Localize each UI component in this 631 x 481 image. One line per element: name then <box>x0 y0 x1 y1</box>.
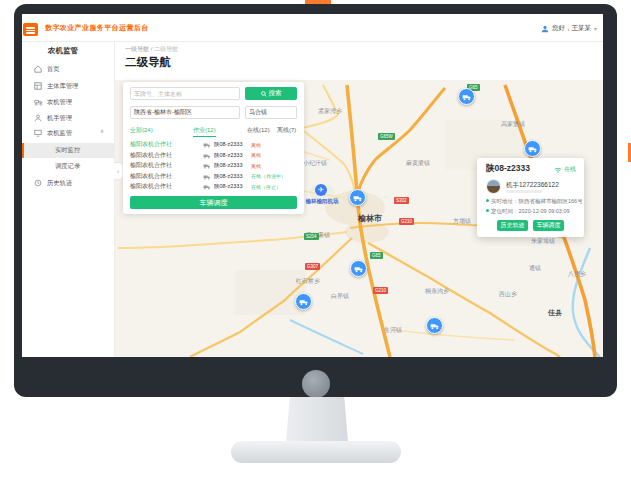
tractor-icon <box>203 163 211 170</box>
map-county-label: 佳县 <box>548 308 562 318</box>
vehicle-dispatch-button[interactable]: 车辆调度 <box>533 220 564 231</box>
vehicle-row[interactable]: 榆阳农机合作社 陕08-z2333 在线（停止） <box>123 182 304 192</box>
map-town-label: 方塌镇 <box>453 217 471 226</box>
map-town-label: 孟家湾乡 <box>318 107 342 116</box>
town-select[interactable] <box>245 106 297 119</box>
vehicle-marker-selected[interactable] <box>524 140 541 157</box>
map-town-label: 麻黄梁镇 <box>406 159 430 168</box>
tractor-icon <box>34 98 43 107</box>
operator-subline <box>506 190 542 193</box>
operator-name: 机手12722366122 <box>506 181 559 190</box>
sidebar-item-drivers[interactable]: 机手管理 <box>22 111 115 125</box>
vehicle-org: 榆阳农机合作社 <box>130 172 172 181</box>
filter-working[interactable]: 作业(12) <box>193 126 216 137</box>
app-header: 数字农业产业服务平台运营后台 您好，王某某 ▾ <box>22 14 603 42</box>
sidebar-item-supervision[interactable]: 农机监管 ∧ <box>22 126 115 140</box>
sidebar-collapse-handle[interactable]: ‹ <box>114 162 123 180</box>
region-select[interactable] <box>130 106 240 119</box>
map-town-label: 红石桥乡 <box>296 277 320 286</box>
vehicle-status: 离线 <box>251 163 261 169</box>
history-track-button[interactable]: 历史轨迹 <box>497 220 528 231</box>
chevron-down-icon: ▾ <box>594 25 597 32</box>
search-button[interactable]: 搜索 <box>245 87 297 100</box>
vehicle-marker[interactable] <box>295 293 312 310</box>
chevron-up-icon: ∧ <box>100 128 104 134</box>
road-badge: G307 <box>305 263 320 270</box>
vehicle-row[interactable]: 榆阳农机合作社 陕08-z2333 在线（作业中） <box>123 172 304 182</box>
sidebar-item-label: 调度记录 <box>55 162 80 171</box>
vehicle-plate: 陕08-z2333 <box>214 162 242 169</box>
history-icon <box>34 179 43 188</box>
sidebar-item-label: 实时监控 <box>55 146 80 155</box>
search-icon <box>261 91 267 97</box>
vehicle-status: 在线（作业中） <box>251 173 286 179</box>
hamburger-menu-icon[interactable] <box>23 23 38 36</box>
vehicle-marker[interactable] <box>349 189 366 206</box>
monitor-icon <box>34 129 43 138</box>
breadcrumb-parent[interactable]: 一级导航 <box>125 46 149 52</box>
popup-address: 实时地址：陕西省榆林市榆阳区166号 <box>486 198 583 205</box>
filter-online[interactable]: 在线(12) <box>247 126 270 135</box>
map-city-label: 榆林市 <box>358 213 382 224</box>
tractor-icon <box>203 174 211 181</box>
sidebar-item-label: 农机管理 <box>47 98 72 107</box>
vehicle-status: 离线 <box>251 152 261 158</box>
page-title: 二级导航 <box>125 55 171 70</box>
vehicle-marker[interactable] <box>350 260 367 277</box>
monitor-logo <box>302 370 330 398</box>
vehicle-search-panel: 搜索 全部(24) 作业(12) 在线(12) 离线(7) 榆阳农机合作社 陕0… <box>123 82 304 214</box>
status-filter-tabs: 全部(24) 作业(12) 在线(12) 离线(7) <box>123 126 304 136</box>
operator-avatar <box>486 179 501 194</box>
keyword-search-input[interactable] <box>130 87 240 100</box>
sidebar-item-machines[interactable]: 农机管理 <box>22 95 115 109</box>
vehicle-org: 榆阳农机合作社 <box>130 161 172 170</box>
map-town-label: 桐条沟乡 <box>425 287 449 296</box>
map-town-label: 通镇 <box>529 264 541 273</box>
vehicle-plate: 陕08-z2333 <box>214 141 242 148</box>
vehicle-org: 榆阳农机合作社 <box>130 151 172 160</box>
dispatch-button[interactable]: 车辆调度 <box>130 196 297 209</box>
user-menu[interactable]: 您好，王某某 ▾ <box>541 22 597 34</box>
map-town-label: 朱家坬镇 <box>531 237 555 246</box>
airport-label: 榆林榆阳机场 <box>306 198 339 205</box>
breadcrumb: 一级导航 / 二级导航 <box>125 45 178 54</box>
sidebar-item-dispatch-records[interactable]: 调度记录 <box>22 159 115 173</box>
road-badge: S302 <box>394 197 409 204</box>
vehicle-marker[interactable] <box>426 317 443 334</box>
sidebar-item-history-track[interactable]: 历史轨迹 <box>22 176 115 190</box>
vehicle-plate: 陕08-z2333 <box>214 183 242 190</box>
database-icon <box>34 82 43 91</box>
vehicle-status: 在线（停止） <box>251 184 281 190</box>
tractor-icon <box>203 184 211 191</box>
vehicle-plate: 陕08-z2333 <box>214 173 242 180</box>
map-town-label: 八里乡 <box>568 270 586 279</box>
road-badge: G210 <box>399 218 414 225</box>
vehicle-plate: 陕08-z2333 <box>214 152 242 159</box>
road-badge: G65 <box>370 252 383 259</box>
airport-icon: ✈ <box>315 184 327 196</box>
filter-offline[interactable]: 离线(7) <box>277 126 296 135</box>
monitor-base <box>231 441 401 463</box>
desktop-mockup: 数字农业产业服务平台运营后台 您好，王某某 ▾ 农机监管 首页 <box>0 0 631 481</box>
filter-all[interactable]: 全部(24) <box>130 126 153 135</box>
online-label: 在线 <box>564 165 576 174</box>
map-town-label: 西山乡 <box>499 290 517 299</box>
map-town-label: 鱼河镇 <box>384 326 402 335</box>
popup-plate: 陕08-z2333 <box>486 163 530 175</box>
vehicle-row[interactable]: 榆阳农机合作社 陕08-z2333 离线 <box>123 161 304 171</box>
app-title: 数字农业产业服务平台运营后台 <box>45 23 149 33</box>
wifi-icon <box>554 167 562 173</box>
sidebar-item-home[interactable]: 首页 <box>22 62 115 76</box>
user-icon <box>541 19 549 37</box>
sidebar-item-entities[interactable]: 主体库管理 <box>22 79 115 93</box>
vehicle-row[interactable]: 榆阳农机合作社 陕08-z2333 离线 <box>123 151 304 161</box>
road-badge: S204 <box>304 233 319 240</box>
vehicle-row[interactable]: 榆阳农机合作社 陕08-z2333 离线 <box>123 140 304 150</box>
driver-icon <box>34 114 43 123</box>
vehicle-status: 离线 <box>251 142 261 148</box>
sidebar-section-title: 农机监管 <box>48 46 78 56</box>
road-badge: G65W <box>378 133 395 140</box>
sidebar-item-realtime-monitor[interactable]: 实时监控 <box>22 143 115 158</box>
breadcrumb-current: 二级导航 <box>154 46 178 52</box>
vehicle-marker[interactable] <box>458 88 475 105</box>
